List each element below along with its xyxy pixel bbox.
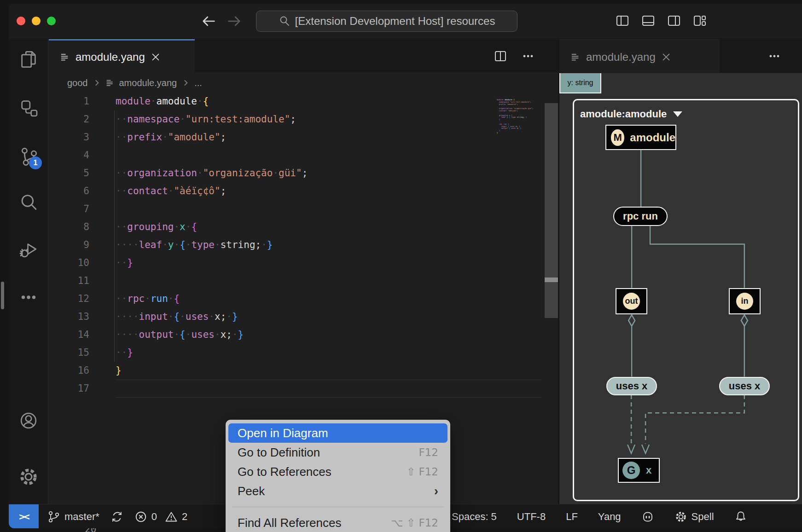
problems-status[interactable]: 0 2 — [134, 510, 188, 523]
editor-actions-more-icon[interactable] — [767, 49, 781, 63]
search-view-icon[interactable] — [18, 192, 39, 213]
toggle-secondary-sidebar-icon[interactable] — [667, 14, 681, 28]
navigate-back-button[interactable] — [200, 13, 217, 29]
toggle-panel-icon[interactable] — [641, 14, 655, 28]
diagram-webview: amodule:amodule M amodule rpc run out in — [559, 73, 802, 504]
zoom-window-button[interactable] — [47, 17, 56, 25]
scrollbar-thumb[interactable] — [545, 278, 558, 282]
diagram-node-uses-left[interactable]: uses x — [606, 377, 657, 395]
account-icon[interactable] — [18, 410, 39, 431]
explorer-icon[interactable] — [18, 49, 39, 70]
code-line[interactable]: 16} — [49, 362, 558, 380]
sync-status[interactable] — [110, 510, 123, 523]
customize-layout-icon[interactable] — [693, 14, 707, 28]
remote-icon: >< — [19, 511, 29, 522]
remote-indicator[interactable]: >< — [9, 504, 39, 528]
close-tab-icon[interactable] — [661, 52, 671, 62]
eol-status[interactable]: LF — [566, 511, 578, 523]
rpc-label: rpc run — [623, 210, 658, 222]
split-editor-icon[interactable] — [494, 49, 507, 63]
tab-label: amodule.yang — [586, 51, 656, 64]
tab-bar-left: amodule.yang — [49, 39, 558, 73]
code-line[interactable]: 12··rpc·run·{ — [49, 290, 558, 308]
settings-gear-icon[interactable] — [18, 466, 39, 487]
tab-amodule-yang[interactable]: amodule.yang — [49, 39, 195, 73]
menu-item-go-to-definition[interactable]: Go to DefinitionF12 — [228, 443, 447, 462]
line-number: 4 — [49, 146, 89, 164]
diagram-node-output[interactable]: out — [616, 288, 647, 314]
background-window-edge — [1, 282, 4, 309]
breadcrumb-folder[interactable]: good — [67, 78, 88, 88]
error-icon — [134, 510, 147, 523]
module-badge: M — [611, 129, 624, 146]
warning-icon — [165, 510, 178, 523]
context-menu-items: Open in DiagramGo to DefinitionF12Go to … — [226, 423, 450, 532]
line-number: 11 — [49, 272, 89, 290]
menu-item-label: Peek — [238, 484, 265, 498]
diagram-module-dropdown[interactable]: amodule:amodule — [580, 108, 682, 120]
code-line[interactable]: 8··grouping·x·{ — [49, 218, 558, 236]
chevron-right-icon — [181, 79, 190, 87]
diagram-node-grouping[interactable]: G x — [618, 458, 660, 483]
uses-label: uses x — [616, 380, 648, 392]
notifications-status[interactable] — [734, 510, 747, 523]
scm-badge: 1 — [29, 156, 42, 169]
toggle-primary-sidebar-icon[interactable] — [616, 14, 629, 28]
editor-actions-more-icon[interactable] — [521, 49, 535, 63]
spell-checker-status[interactable]: Spell — [674, 510, 714, 523]
diagram-edges — [559, 73, 802, 504]
diagram-node-input[interactable]: in — [729, 288, 761, 314]
diagram-node-module[interactable]: M amodule — [605, 125, 676, 150]
menu-item-go-to-references[interactable]: Go to References⇧ F12 — [228, 462, 447, 481]
yang-diagram-extension-icon[interactable] — [18, 97, 39, 118]
encoding-status[interactable]: UTF-8 — [517, 511, 546, 523]
close-window-button[interactable] — [17, 17, 25, 25]
line-number: 1 — [49, 93, 89, 110]
command-center-search[interactable]: [Extension Development Host] resources — [256, 11, 517, 32]
diagram-node-rpc-run[interactable]: rpc run — [613, 207, 668, 226]
code-line[interactable]: 9····leaf·y·{·type·string;·} — [49, 236, 558, 254]
menu-item-open-in-diagram[interactable]: Open in Diagram — [228, 423, 447, 443]
code-line[interactable]: 3··prefix·"amodule"; — [49, 128, 558, 146]
close-tab-icon[interactable] — [151, 52, 161, 62]
yang-file-icon — [60, 52, 70, 62]
code-line[interactable]: 13····input·{·uses·x;·} — [49, 308, 558, 326]
code-line[interactable]: 5··organization·"organização·güi"; — [49, 164, 558, 182]
code-line[interactable]: 1module·amodule·{ — [49, 93, 558, 110]
code-line[interactable]: 11 — [49, 272, 558, 290]
line-number: 9 — [49, 236, 89, 254]
more-views-icon[interactable] — [18, 287, 39, 308]
code-line[interactable]: 15··} — [49, 344, 558, 362]
copilot-status[interactable] — [641, 510, 654, 523]
breadcrumb-symbol[interactable]: ... — [194, 78, 202, 88]
sync-icon — [110, 510, 123, 523]
menu-item-peek[interactable]: Peek› — [228, 481, 447, 501]
uses-label: uses x — [729, 380, 761, 392]
arrow-right-icon — [226, 13, 243, 29]
line-number: 10 — [49, 254, 89, 272]
diagram-node-uses-right[interactable]: uses x — [719, 377, 770, 395]
code-line[interactable]: 10··} — [49, 254, 558, 272]
input-badge: in — [736, 293, 753, 310]
tab-bar-right: amodule.yang — [559, 39, 802, 73]
error-count: 0 — [151, 511, 157, 523]
breadcrumb-file[interactable]: amodule.yang — [119, 78, 177, 88]
source-control-icon[interactable]: 1 — [18, 145, 39, 167]
yang-file-icon — [105, 78, 115, 87]
code-line[interactable]: 2··namespace·"urn:test:amodule"; — [49, 110, 558, 128]
indentation-status[interactable]: Spaces: 5 — [452, 511, 497, 523]
code-line[interactable]: 7 — [49, 200, 558, 218]
code-line[interactable]: 14····output·{·uses·x;·} — [49, 326, 558, 344]
run-debug-icon[interactable] — [18, 239, 39, 260]
code-line[interactable]: 6··contact·"àéïç¢ô"; — [49, 182, 558, 200]
git-branch-status[interactable]: master* — [47, 510, 99, 523]
menu-item-find-all-references[interactable]: Find All References⌥ ⇧ F12 — [228, 513, 447, 532]
tab-amodule-yang-diagram[interactable]: amodule.yang — [559, 39, 720, 73]
minimize-window-button[interactable] — [32, 17, 41, 25]
activity-bar: 1 — [9, 39, 48, 504]
navigate-forward-button[interactable] — [226, 13, 243, 29]
scrollbar-track[interactable] — [545, 103, 558, 318]
language-mode-status[interactable]: Yang — [598, 511, 621, 523]
menu-item-label: Go to References — [238, 465, 331, 479]
code-line[interactable]: 4 — [49, 146, 558, 164]
